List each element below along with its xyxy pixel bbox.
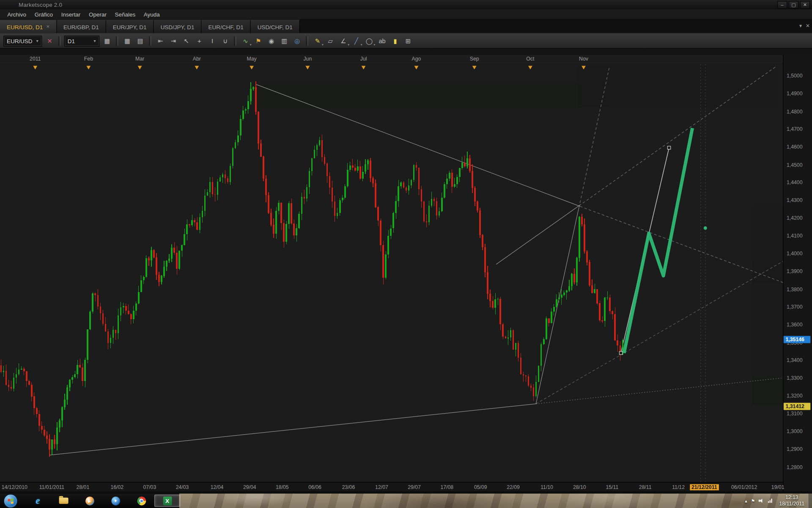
media-player-icon[interactable]: ▶ bbox=[77, 494, 102, 508]
close-button[interactable]: ✕ bbox=[800, 1, 810, 8]
period-grid-icon[interactable]: ▦ bbox=[101, 35, 113, 47]
signals-icon[interactable]: ⚑ bbox=[252, 35, 264, 47]
chrome-icon[interactable] bbox=[129, 494, 154, 508]
eraser-tool-icon[interactable]: ▱ bbox=[324, 35, 336, 47]
label-tool-icon[interactable]: ab bbox=[376, 35, 388, 47]
pointer-tool-icon[interactable]: ↖ bbox=[181, 35, 192, 47]
trendline-2[interactable] bbox=[580, 206, 783, 282]
candlestick-chart[interactable] bbox=[0, 64, 783, 482]
date-highlight-tag: 21/12/2011 bbox=[690, 484, 719, 491]
trendline-4[interactable] bbox=[536, 378, 783, 404]
tab-label: EUR/USD, D1 bbox=[7, 24, 43, 30]
crosshair-tool-icon-glyph: + bbox=[198, 37, 201, 44]
price-tick-label: 1,4400 bbox=[787, 179, 802, 185]
auto-shift-icon[interactable]: ⇥ bbox=[167, 35, 179, 47]
web-icon-glyph: ◎ bbox=[294, 37, 300, 44]
new-chart-icon[interactable]: ▦ bbox=[121, 35, 133, 47]
trendline-tool-icon[interactable]: ╱▾ bbox=[350, 35, 362, 47]
menu-item-operar[interactable]: Operar bbox=[85, 10, 111, 19]
pencil-tool-icon[interactable]: ✎▾ bbox=[311, 35, 323, 47]
trendline-7[interactable] bbox=[496, 206, 579, 264]
tab-close-icon[interactable]: × bbox=[47, 24, 49, 29]
symbol-select[interactable]: EUR/USD▼ bbox=[4, 36, 42, 47]
window-layout-icon[interactable]: ▤ bbox=[134, 35, 146, 47]
chart-tab-eur-gbp-d1[interactable]: EUR/GBP, D1 bbox=[57, 20, 106, 33]
angle-tool-icon[interactable]: ∠▾ bbox=[337, 35, 349, 47]
web-icon[interactable]: ◎ bbox=[291, 35, 303, 47]
snapshot-icon[interactable]: ◉ bbox=[265, 35, 277, 47]
magnet-icon[interactable]: ∪ bbox=[219, 35, 231, 47]
trendline-3[interactable] bbox=[49, 404, 536, 455]
date-tick-label: 07/03 bbox=[143, 484, 156, 490]
line-handle[interactable] bbox=[667, 146, 670, 149]
tray-clock[interactable]: 12:13 18/11/2011 bbox=[776, 494, 808, 507]
tab-list-icon[interactable]: ▾ bbox=[799, 23, 802, 28]
menu-item-sen-ales[interactable]: Señales bbox=[111, 10, 140, 19]
tab-label: USD/JPY, D1 bbox=[161, 24, 195, 30]
menu-item-gra-fico[interactable]: Gráfico bbox=[30, 10, 57, 19]
date-tick-label: 29/04 bbox=[243, 484, 256, 490]
indicators-icon[interactable]: ∿▾ bbox=[239, 35, 251, 47]
minimize-button[interactable]: – bbox=[777, 1, 787, 8]
detach-chart-icon-glyph: ✕ bbox=[47, 37, 52, 44]
line-handle[interactable] bbox=[619, 351, 622, 354]
action-center-flag-icon[interactable]: ⚑ bbox=[751, 498, 755, 503]
trendline-6[interactable] bbox=[579, 66, 609, 207]
menu-item-insertar[interactable]: Insertar bbox=[57, 10, 85, 19]
export-icon[interactable]: ▥ bbox=[278, 35, 290, 47]
month-marker-icon bbox=[472, 66, 477, 70]
chart-tab-eur-usd-d1[interactable]: EUR/USD, D1× bbox=[0, 20, 57, 33]
month-marker-icon bbox=[305, 66, 310, 70]
price-tick-label: 1,2900 bbox=[787, 446, 802, 452]
magnet-icon-glyph: ∪ bbox=[223, 37, 228, 44]
candles-down-bodies bbox=[0, 87, 621, 450]
scroll-start-icon[interactable]: ⇤ bbox=[154, 35, 166, 47]
tray-expand-icon[interactable]: ▴ bbox=[745, 498, 747, 503]
toolbar-separator bbox=[234, 36, 236, 46]
detach-chart-icon[interactable]: ✕ bbox=[44, 35, 55, 47]
window-layout-icon-glyph: ▤ bbox=[137, 37, 143, 44]
chart-tab-usd-jpy-d1[interactable]: USD/JPY, D1 bbox=[154, 20, 202, 33]
network-icon[interactable] bbox=[768, 499, 772, 503]
menu-item-archivo[interactable]: Archivo bbox=[3, 10, 30, 19]
price-tick-label: 1,3100 bbox=[787, 411, 802, 416]
explorer-folder-icon[interactable] bbox=[51, 494, 77, 508]
show-desktop-button[interactable] bbox=[808, 494, 812, 508]
scroll-start-icon-glyph: ⇤ bbox=[158, 37, 163, 44]
trendline-8[interactable] bbox=[579, 66, 776, 206]
grid-settings-icon[interactable]: ⊞ bbox=[402, 35, 414, 47]
price-tick-label: 1,4100 bbox=[787, 233, 802, 238]
text-cursor-icon[interactable]: I bbox=[206, 35, 218, 47]
chevron-down-icon: ▾ bbox=[373, 42, 375, 46]
month-marker-icon bbox=[362, 66, 366, 70]
ellipse-tool-icon[interactable]: ◯▾ bbox=[363, 35, 375, 47]
volume-icon[interactable] bbox=[759, 498, 764, 503]
candles-up-wicks bbox=[3, 82, 623, 455]
chart-tab-usd-chf-d1[interactable]: USD/CHF, D1 bbox=[251, 20, 300, 33]
angle-tool-icon-glyph: ∠ bbox=[340, 37, 346, 44]
crosshair-tool-icon[interactable]: + bbox=[193, 35, 205, 47]
internet-explorer-icon[interactable]: e bbox=[25, 494, 51, 508]
pencil-tool-icon-glyph: ✎ bbox=[315, 37, 320, 44]
month-label-feb: Feb bbox=[84, 56, 93, 61]
maximize-button[interactable]: ▢ bbox=[789, 1, 798, 8]
chart-tab-eur-chf-d1[interactable]: EUR/CHF, D1 bbox=[202, 20, 251, 33]
period-select[interactable]: D1▼ bbox=[64, 36, 99, 47]
excel-icon[interactable]: X bbox=[154, 494, 180, 507]
tab-closeall-icon[interactable]: ✕ bbox=[806, 23, 810, 28]
menu-bar: ArchivoGráficoInsertarOperarSeñalesAyuda bbox=[0, 9, 812, 19]
projection-dot[interactable] bbox=[704, 226, 707, 230]
start-button[interactable] bbox=[4, 494, 18, 508]
month-label-ago: Ago bbox=[412, 56, 421, 61]
trading-app-icon[interactable]: ✦ bbox=[102, 494, 128, 508]
trendline-5[interactable] bbox=[536, 207, 579, 404]
chart-plot-area[interactable] bbox=[0, 64, 783, 482]
toolbar-chart-gap bbox=[0, 49, 812, 55]
highlighter-tool-icon-glyph: ▮ bbox=[393, 37, 397, 44]
chevron-down-icon: ▼ bbox=[93, 39, 96, 43]
price-axis: 1,50001,49001,48001,47001,46001,45001,44… bbox=[783, 55, 812, 491]
chart-tab-eur-jpy-d1[interactable]: EUR/JPY, D1 bbox=[106, 20, 154, 33]
menu-item-ayuda[interactable]: Ayuda bbox=[140, 10, 164, 19]
trendline-9[interactable] bbox=[536, 261, 783, 404]
highlighter-tool-icon[interactable]: ▮ bbox=[389, 35, 401, 47]
